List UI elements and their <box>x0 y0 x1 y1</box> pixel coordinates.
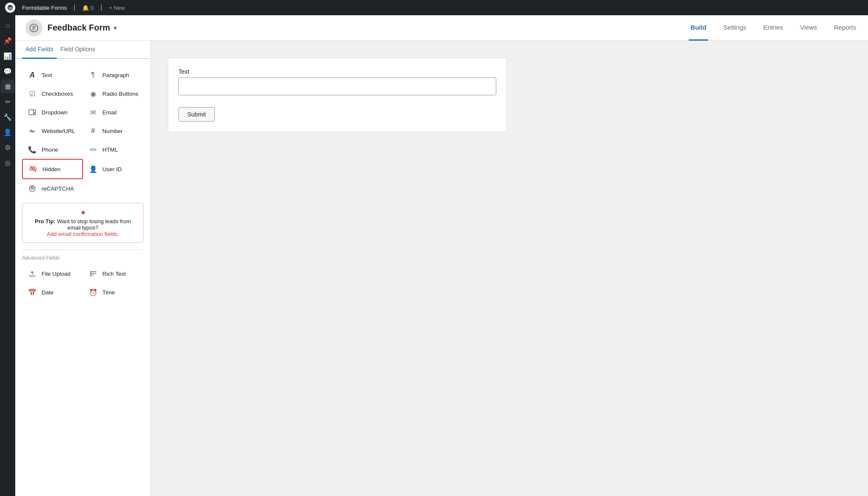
field-rich-text[interactable]: Rich Text <box>83 264 144 283</box>
pro-tip-box: ★ Pro Tip: Want to stop losing leads fro… <box>22 203 144 243</box>
radio-icon: ◉ <box>88 89 98 99</box>
text-icon: A <box>27 70 37 80</box>
main-layout: ⌂ 📌 📊 💬 ⊞ ✏ 🔧 👤 ⚙ ◎ Feedback Form ▾ Bui <box>0 15 868 496</box>
field-dropdown[interactable]: Dropdown <box>22 103 83 122</box>
pro-tip-link[interactable]: Add email confirmation fields. <box>47 231 119 237</box>
advanced-fields-label: Advanced Fields <box>22 249 144 261</box>
field-recaptcha-label: reCAPTCHA <box>42 186 74 192</box>
content-area: Feedback Form ▾ Build Settings Entries V… <box>15 15 868 496</box>
wp-logo: W <box>5 3 15 13</box>
field-phone[interactable]: 📞 Phone <box>22 140 83 159</box>
canvas-text-input[interactable] <box>178 78 496 95</box>
brand-name: Formidable Forms <box>22 5 67 11</box>
field-hidden[interactable]: Hidden <box>22 159 83 179</box>
pro-tip-text: Pro Tip: Want to stop losing leads from … <box>29 218 136 237</box>
field-radio-buttons[interactable]: ◉ Radio Buttons <box>83 84 144 103</box>
separator: | <box>73 4 75 11</box>
email-icon: ✉ <box>88 107 98 117</box>
form-title-dropdown-icon[interactable]: ▾ <box>114 25 117 31</box>
builder-area: Add Fields Field Options A Text ¶ Parag <box>15 41 868 496</box>
hidden-icon <box>28 164 38 174</box>
wrench-icon[interactable]: 🔧 <box>1 110 14 124</box>
topbar: W Formidable Forms | 🔔 0 | + New <box>0 0 868 15</box>
tab-field-options[interactable]: Field Options <box>57 41 98 59</box>
field-number-label: Number <box>103 128 123 134</box>
tab-reports[interactable]: Reports <box>832 15 858 41</box>
field-phone-label: Phone <box>42 147 58 153</box>
advanced-section: Advanced Fields File Upload <box>22 249 144 302</box>
comment-icon[interactable]: 💬 <box>1 64 14 78</box>
dropdown-icon <box>27 107 37 117</box>
field-email-label: Email <box>103 109 117 116</box>
tab-add-fields[interactable]: Add Fields <box>22 41 57 59</box>
field-file-upload[interactable]: File Upload <box>22 264 83 283</box>
field-checkboxes[interactable]: ☑ Checkboxes <box>22 84 83 103</box>
field-dropdown-label: Dropdown <box>42 109 68 116</box>
sidebar-tabs: Add Fields Field Options <box>15 41 150 59</box>
svg-point-5 <box>29 186 35 191</box>
field-paragraph[interactable]: ¶ Paragraph <box>83 66 144 84</box>
form-logo <box>25 19 42 36</box>
field-date[interactable]: 📅 Date <box>22 283 83 302</box>
field-website-url[interactable]: Website/URL <box>22 122 83 140</box>
bell-icon: 🔔 <box>82 5 89 11</box>
field-checkboxes-label: Checkboxes <box>42 91 73 97</box>
website-icon <box>27 126 37 136</box>
field-text[interactable]: A Text <box>22 66 83 84</box>
canvas-submit-group: Submit <box>178 104 496 122</box>
field-recaptcha[interactable]: reCAPTCHA <box>22 179 83 198</box>
canvas-field-label: Text <box>178 68 496 75</box>
fields-grid: A Text ¶ Paragraph ☑ Checkboxes <box>22 66 144 198</box>
tab-build[interactable]: Build <box>689 15 708 41</box>
person-icon[interactable]: 👤 <box>1 125 14 139</box>
svg-point-6 <box>31 188 33 189</box>
home-icon[interactable]: ⌂ <box>1 19 14 32</box>
rich-text-icon <box>88 269 98 279</box>
notifications[interactable]: 🔔 0 <box>82 5 94 11</box>
field-rich-text-label: Rich Text <box>103 271 126 277</box>
sidebar-panel: Add Fields Field Options A Text ¶ Parag <box>15 41 151 496</box>
html-icon: </> <box>88 144 98 155</box>
field-hidden-label: Hidden <box>42 166 61 172</box>
number-icon: # <box>88 126 98 136</box>
form-header: Feedback Form ▾ Build Settings Entries V… <box>15 15 868 41</box>
field-file-upload-label: File Upload <box>42 271 70 277</box>
pen-icon[interactable]: ✏ <box>1 95 14 108</box>
field-html[interactable]: </> HTML <box>83 140 144 159</box>
chart-icon[interactable]: 📊 <box>1 49 14 63</box>
file-upload-icon <box>27 269 37 279</box>
field-user-id-label: User ID <box>103 166 122 172</box>
pin-icon[interactable]: 📌 <box>1 34 14 47</box>
canvas-inner: Text Submit <box>168 58 507 132</box>
field-email[interactable]: ✉ Email <box>83 103 144 122</box>
phone-icon: 📞 <box>27 144 37 155</box>
forms-icon[interactable]: ⊞ <box>1 80 14 93</box>
tab-views[interactable]: Views <box>798 15 819 41</box>
tab-settings[interactable]: Settings <box>722 15 748 41</box>
field-paragraph-label: Paragraph <box>103 72 129 78</box>
field-html-label: HTML <box>103 147 118 153</box>
field-website-label: Website/URL <box>42 128 75 134</box>
user-id-icon: 👤 <box>88 164 98 174</box>
checkboxes-icon: ☑ <box>27 89 37 99</box>
field-text-label: Text <box>42 72 52 78</box>
field-time[interactable]: ⏰ Time <box>83 283 144 302</box>
field-number[interactable]: # Number <box>83 122 144 140</box>
form-canvas: Text Submit <box>151 41 868 496</box>
canvas-submit-button[interactable]: Submit <box>178 107 215 122</box>
paragraph-icon: ¶ <box>88 70 98 80</box>
field-user-id[interactable]: 👤 User ID <box>83 159 144 179</box>
icon-bar: ⌂ 📌 📊 💬 ⊞ ✏ 🔧 👤 ⚙ ◎ <box>0 15 15 496</box>
canvas-text-field-group: Text <box>178 68 496 95</box>
form-title-text: Feedback Form <box>47 23 110 33</box>
sidebar-content: A Text ¶ Paragraph ☑ Checkboxes <box>15 59 150 496</box>
settings-icon[interactable]: ⚙ <box>1 141 14 154</box>
field-radio-label: Radio Buttons <box>103 91 139 97</box>
pro-tip-star: ★ <box>29 208 136 216</box>
tab-entries[interactable]: Entries <box>762 15 785 41</box>
advanced-fields-grid: File Upload Rich Text <box>22 264 144 302</box>
circle-icon[interactable]: ◎ <box>1 156 14 169</box>
notif-count: 0 <box>91 5 94 11</box>
new-button[interactable]: + New <box>109 5 125 11</box>
time-icon: ⏰ <box>88 287 98 297</box>
